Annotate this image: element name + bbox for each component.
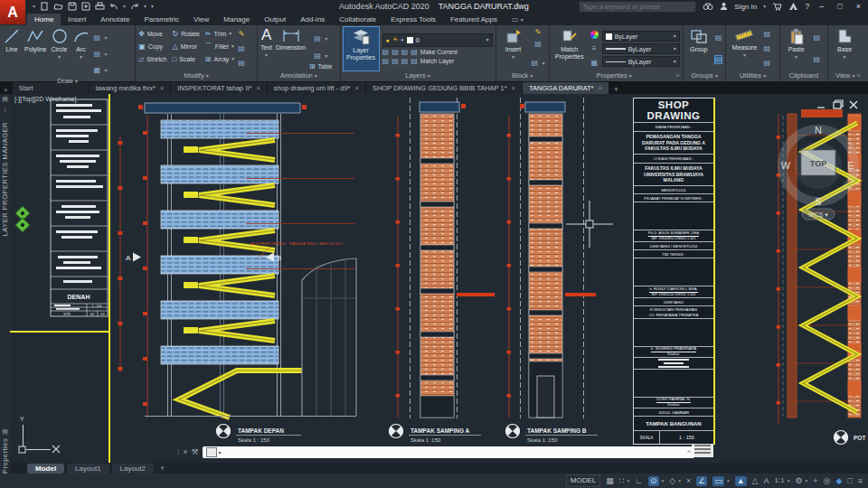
ribbon-tab-collaborate[interactable]: Collaborate bbox=[332, 14, 383, 25]
table-tool[interactable]: ⊞Table bbox=[309, 62, 332, 70]
file-tab-active[interactable]: TANGGA DARURAT*× bbox=[523, 82, 609, 94]
trim-tool[interactable]: ✂Trim▾ bbox=[205, 30, 234, 38]
model-space-toggle[interactable]: MODEL bbox=[566, 474, 600, 487]
autodesk-logo-icon[interactable] bbox=[788, 2, 798, 11]
command-close-icon[interactable]: × bbox=[183, 447, 187, 456]
viewcube-south[interactable]: S bbox=[815, 196, 821, 207]
command-input[interactable]: ▾ ^ bbox=[203, 446, 694, 458]
panel-label-draw[interactable]: Draw ▾ bbox=[3, 76, 132, 87]
text-tool[interactable]: A Text▾ bbox=[260, 27, 272, 70]
help-search-box[interactable] bbox=[579, 1, 696, 13]
polyline-tool[interactable]: Polyline bbox=[24, 27, 47, 76]
qat-customize-icon[interactable]: ▾ bbox=[151, 4, 154, 9]
ortho-icon[interactable]: ∟ bbox=[635, 477, 643, 485]
panel-label-utilities[interactable]: Utilities ▾ bbox=[729, 70, 776, 81]
plus-icon[interactable]: + bbox=[813, 477, 817, 485]
settings-gear-icon[interactable]: ⚙ bbox=[795, 477, 802, 485]
close-button[interactable]: × bbox=[853, 2, 864, 11]
offset-icon[interactable]: ▤ bbox=[238, 60, 245, 67]
command-caret-icon[interactable]: ▾ bbox=[219, 449, 222, 455]
erase-pencil-icon[interactable]: ✎ bbox=[239, 31, 245, 38]
properties-palette-tab[interactable]: Properties bbox=[1, 437, 9, 474]
ribbon-tab-featured[interactable]: Featured Apps bbox=[443, 14, 505, 25]
ribbon-tab-view[interactable]: View bbox=[186, 14, 216, 25]
layer-dropdown-caret-icon[interactable]: ▾ bbox=[486, 37, 489, 42]
search-binoculars-icon[interactable] bbox=[703, 2, 713, 11]
app-store-cart-icon[interactable] bbox=[772, 2, 782, 11]
palette-leaf-icon[interactable]: ▤ bbox=[2, 428, 8, 436]
ellipse-tool-icon[interactable]: ▤ ▾ bbox=[94, 43, 108, 60]
ribbon-display-toggle-icon[interactable]: ▭ ▾ bbox=[505, 14, 531, 25]
plot-icon[interactable] bbox=[95, 2, 105, 11]
move-tool[interactable]: ✥Move bbox=[138, 30, 166, 38]
create-block-icon[interactable]: ✎ bbox=[535, 29, 542, 36]
snap-icon[interactable]: ∷ bbox=[619, 477, 625, 485]
isolate-objects-icon[interactable]: ◎ bbox=[824, 477, 831, 485]
insert-block-button[interactable]: Insert▾ bbox=[499, 27, 528, 70]
viewcube-north[interactable]: N bbox=[815, 125, 822, 136]
quick-select-icon[interactable]: ▤ bbox=[763, 31, 770, 38]
file-tab[interactable]: SHOP DRAWING GEDUNG BBIB TAHAP 1*× bbox=[366, 82, 522, 94]
layer-properties-manager-tab[interactable]: LAYER PROPERTIES MANAGER bbox=[1, 122, 9, 236]
new-tab-plus-icon[interactable]: + bbox=[609, 85, 623, 94]
help-icon[interactable]: ? bbox=[805, 3, 809, 11]
open-file-icon[interactable] bbox=[53, 2, 63, 11]
edit-attributes-icon[interactable]: ▤ bbox=[534, 41, 542, 48]
panel-label-groups[interactable]: Groups ▾ bbox=[686, 70, 723, 81]
object-snap-3d-icon[interactable]: △ bbox=[752, 477, 759, 485]
hatch-tool-icon[interactable]: ▦ ▾ bbox=[94, 60, 108, 76]
command-line-bar[interactable]: ⁞ × ⚒ ▾ ^ bbox=[177, 445, 694, 459]
ribbon-tab-manage[interactable]: Manage bbox=[216, 14, 257, 25]
new-layout-plus-icon[interactable]: + bbox=[156, 464, 168, 473]
minimize-button[interactable]: – bbox=[816, 2, 827, 11]
ribbon-tab-express[interactable]: Express Tools bbox=[383, 14, 443, 25]
paste-button[interactable]: Paste▾ bbox=[783, 27, 810, 70]
measure-button[interactable]: Measure▾ bbox=[729, 27, 760, 70]
ribbon-tab-annotate[interactable]: Annotate bbox=[93, 14, 137, 25]
panel-label-properties[interactable]: Properties ▾ » bbox=[552, 70, 680, 81]
block-editor-icon[interactable]: ▤ ▾ bbox=[532, 52, 545, 69]
selection-cycling-icon[interactable]: ▭ bbox=[712, 476, 724, 486]
autocad-app-button[interactable]: A bbox=[0, 0, 25, 24]
command-prompt-icon[interactable] bbox=[206, 447, 217, 457]
ribbon-tab-home[interactable]: Home bbox=[27, 14, 61, 25]
circle-tool[interactable]: Circle▾ bbox=[51, 27, 69, 76]
object-snap-icon[interactable]: ▲ bbox=[735, 476, 747, 486]
ungroup-icon[interactable]: ▤ bbox=[715, 34, 722, 42]
annotation-scale-button[interactable]: 1:1 bbox=[775, 477, 785, 484]
panel-label-view[interactable]: View ▾ » bbox=[831, 70, 865, 81]
app-caret-icon[interactable]: ▾ bbox=[33, 4, 35, 9]
model-tab[interactable]: Model bbox=[27, 464, 64, 474]
stretch-tool[interactable]: ▱Stretch bbox=[138, 55, 166, 63]
layer-freeze-sun-icon[interactable]: ☀ bbox=[392, 36, 398, 43]
layer-on-bulb-icon[interactable]: ● bbox=[386, 37, 390, 43]
sign-in-person-icon[interactable] bbox=[720, 2, 728, 11]
layer-lock-icon[interactable]: ● bbox=[401, 37, 404, 42]
annotation-visibility-icon[interactable]: A bbox=[764, 477, 769, 485]
match-layer-button[interactable]: ▤▤▤▤ Match Layer bbox=[382, 58, 493, 65]
restore-button[interactable]: □ bbox=[834, 2, 845, 11]
group-button[interactable]: Group bbox=[686, 27, 712, 70]
copy-clip-icon[interactable]: ▤ bbox=[814, 34, 821, 42]
new-file-icon[interactable] bbox=[40, 2, 49, 11]
hamburger-menu-icon[interactable]: ≡ bbox=[858, 477, 863, 485]
polar-tracking-icon[interactable]: ⊙ bbox=[648, 476, 659, 486]
command-wrench-icon[interactable]: ⚒ bbox=[192, 447, 199, 456]
dynamic-input-icon[interactable]: ∠ bbox=[696, 476, 707, 486]
dimension-tool[interactable]: Dimension bbox=[276, 27, 306, 70]
save-as-icon[interactable] bbox=[81, 2, 90, 11]
group-edit-icon[interactable]: ▤ bbox=[715, 56, 722, 63]
palette-autohide-icon[interactable]: ▤ bbox=[2, 96, 8, 103]
panel-label-layers[interactable]: Layers ▾ bbox=[344, 70, 493, 81]
layout2-tab[interactable]: Layout2 bbox=[112, 464, 154, 474]
id-point-icon[interactable]: ▤ bbox=[763, 60, 770, 67]
panel-label-block[interactable]: Block ▾ bbox=[499, 70, 546, 81]
lineweight-dropdown[interactable]: ByLayer▾ bbox=[602, 43, 680, 54]
layer-color-swatch[interactable] bbox=[407, 37, 413, 43]
sign-in-label[interactable]: Sign In bbox=[734, 3, 757, 11]
isodraft-icon[interactable]: ◇ bbox=[669, 477, 675, 485]
wcs-dropdown[interactable]: WCS ▾ bbox=[808, 211, 828, 218]
viewcube-east[interactable]: E bbox=[847, 160, 854, 171]
rotate-tool[interactable]: ↻Rotate bbox=[173, 30, 200, 38]
multileader-tool-icon[interactable]: ▤ ▾ bbox=[314, 45, 327, 61]
